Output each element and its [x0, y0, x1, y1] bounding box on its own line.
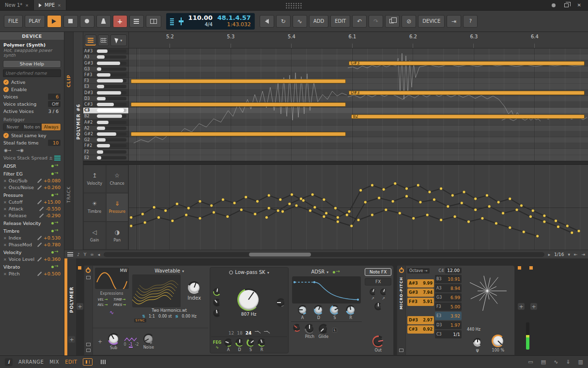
scroll-left-icon[interactable]: ◂ — [98, 252, 100, 257]
pitch-row-F#3[interactable]: F#35.91 — [407, 298, 434, 306]
mod-target-row[interactable]: Pitch+0.500 — [0, 270, 64, 277]
piano-key-A#3[interactable]: A#3 — [83, 48, 128, 54]
filter-power-icon[interactable] — [229, 271, 233, 274]
timbre-send-knob[interactable] — [380, 288, 387, 295]
filter-slope-option[interactable]: 12 — [229, 331, 234, 336]
wavetable-index-knob[interactable] — [188, 281, 201, 294]
pitch-row-D#3[interactable]: D#32.97 — [407, 316, 434, 324]
expression-lane-button[interactable]: ↥ Velocity — [83, 165, 106, 193]
mod-amount-icon[interactable] — [37, 199, 42, 204]
enable-toggle[interactable]: Enable — [0, 86, 64, 93]
velocity-depth-knob[interactable] — [374, 303, 382, 310]
amp-attack-knob[interactable] — [298, 305, 308, 315]
root-note-value[interactable]: 12.00 — [445, 268, 462, 273]
piano-key-E2[interactable]: E2 — [83, 155, 128, 161]
device-menu-button[interactable]: DEVICE — [418, 15, 445, 28]
metronome-button[interactable] — [96, 15, 111, 28]
view-switch[interactable]: EDIT — [65, 359, 77, 365]
piano-key-E3[interactable]: E3 — [83, 84, 128, 90]
mod-source-row[interactable]: Filter EG — [0, 170, 64, 177]
mod-target-row[interactable]: Attack-0.550 — [0, 205, 64, 212]
piano-key-A2[interactable]: A2 — [83, 126, 128, 131]
piano-key-G3[interactable]: G3 — [83, 66, 128, 72]
clip-tab[interactable]: CLIP — [66, 75, 71, 87]
play-menu-button[interactable]: PLAY — [25, 15, 45, 28]
zoom-fit-right-icon[interactable]: ⇥ — [581, 252, 585, 257]
expression-lane-button[interactable]: ◑ Pan — [106, 222, 129, 250]
play-button[interactable] — [47, 15, 62, 28]
device-expand-icon[interactable] — [86, 343, 91, 346]
noise-level-knob[interactable] — [143, 334, 154, 344]
expression-lane-button[interactable]: ☆ Chance — [106, 165, 129, 193]
piano-key-G#2[interactable]: G#2 — [83, 131, 128, 137]
horizontal-scrollbar[interactable] — [104, 252, 544, 257]
mod-amount-icon[interactable] — [37, 185, 42, 190]
stop-button[interactable] — [63, 15, 78, 28]
remove-mod-icon[interactable] — [3, 178, 7, 183]
add-chain-button[interactable]: + — [530, 303, 537, 310]
tab-close-icon[interactable] — [58, 2, 61, 8]
envelope-display[interactable] — [292, 276, 361, 304]
show-mixer-strip-button[interactable] — [98, 358, 108, 366]
osc-ratio-value[interactable]: 1:1 — [149, 314, 155, 319]
piano-key-F3[interactable]: F3 — [83, 78, 128, 84]
audition-mute-button[interactable] — [260, 15, 274, 28]
amount-value[interactable]: 100 % — [492, 348, 504, 352]
piano-key-G2[interactable]: G2 — [83, 137, 128, 143]
octave-mode-badge[interactable]: Octave → — [407, 268, 430, 273]
pressure-send-knob[interactable] — [370, 288, 376, 295]
playhead-time[interactable]: 1:43.032 — [227, 22, 251, 28]
filter-morph-knob[interactable] — [213, 309, 221, 317]
mod-source-row[interactable]: Vibrato — [0, 263, 64, 270]
osc-detune-hz-value[interactable]: 0.00 Hz — [182, 314, 197, 319]
mod-target-row[interactable]: Cutoff+15.00 — [0, 198, 64, 205]
duplicate-button[interactable] — [385, 15, 400, 28]
dual-display-button[interactable] — [146, 15, 161, 28]
grid-resolution-value[interactable]: 1/16 — [554, 252, 564, 257]
amp-release-knob[interactable] — [346, 305, 356, 315]
expression-lane-button[interactable]: ◁ Gain — [83, 222, 106, 250]
remove-mod-icon[interactable] — [3, 185, 7, 190]
envelope-type-selector[interactable]: ADSR — [291, 268, 362, 275]
steal-same-key-toggle[interactable]: Steal same key — [0, 132, 64, 139]
focus-device-button[interactable]: ⇥ — [447, 15, 461, 28]
pitch-row-G#3[interactable]: G#37.94 — [407, 288, 434, 297]
filter-keytrack-knob[interactable] — [213, 299, 221, 306]
amp-sustain-knob[interactable] — [330, 305, 340, 315]
add-button[interactable]: ADD — [309, 15, 328, 28]
piano-key-D3[interactable]: D3 — [83, 96, 128, 102]
amp-decay-knob[interactable] — [314, 305, 324, 315]
expression-lane[interactable] — [129, 165, 588, 250]
slope-shape-icon[interactable] — [255, 331, 261, 335]
pitch-row-A3[interactable]: A38.94 — [435, 284, 462, 292]
filter-type-selector[interactable]: Low-pass SK — [211, 269, 288, 276]
note-fx-tab[interactable]: Note FX — [365, 268, 391, 276]
help-button[interactable]: ? — [463, 15, 478, 28]
retrigger-option[interactable]: Always — [42, 124, 61, 130]
mod-source-row[interactable]: Release Velocity — [0, 220, 64, 226]
pitch-row-G3[interactable]: G36.99 — [435, 293, 462, 302]
sub-level-knob[interactable] — [108, 333, 120, 345]
amount-knob[interactable] — [492, 335, 504, 347]
filter-cutoff-knob[interactable] — [237, 288, 260, 311]
zoom-fit-left-icon[interactable]: ⇤ — [574, 252, 578, 257]
playhead-position[interactable]: 48.1.4.57 — [217, 15, 251, 22]
device-power-icon[interactable] — [86, 268, 91, 273]
remove-mod-icon[interactable] — [3, 235, 7, 240]
tempo-value[interactable]: 110.00 — [188, 15, 213, 22]
remove-mod-icon[interactable] — [3, 242, 7, 247]
undo-button[interactable]: ↶ — [352, 15, 367, 28]
voices-value[interactable]: 6 — [48, 94, 61, 100]
piano-key-F#2[interactable]: F#2 — [83, 143, 128, 149]
punch-record-button[interactable]: + — [113, 15, 127, 28]
device-display-icon[interactable] — [86, 276, 91, 279]
mod-source-row[interactable]: Timbre — [0, 227, 64, 234]
pointer-tool-button[interactable] — [110, 34, 127, 46]
layers-icon[interactable] — [67, 252, 73, 256]
browser-icon[interactable]: ⇓ — [566, 359, 570, 365]
expression-lane-button[interactable]: ☀ Timbre — [83, 193, 106, 221]
show-help-button[interactable]: Show Help — [3, 60, 61, 68]
piano-key-A3[interactable]: A3 — [83, 54, 128, 60]
scrollbar-thumb[interactable] — [249, 253, 310, 256]
reference-tune-knob[interactable] — [473, 338, 482, 347]
